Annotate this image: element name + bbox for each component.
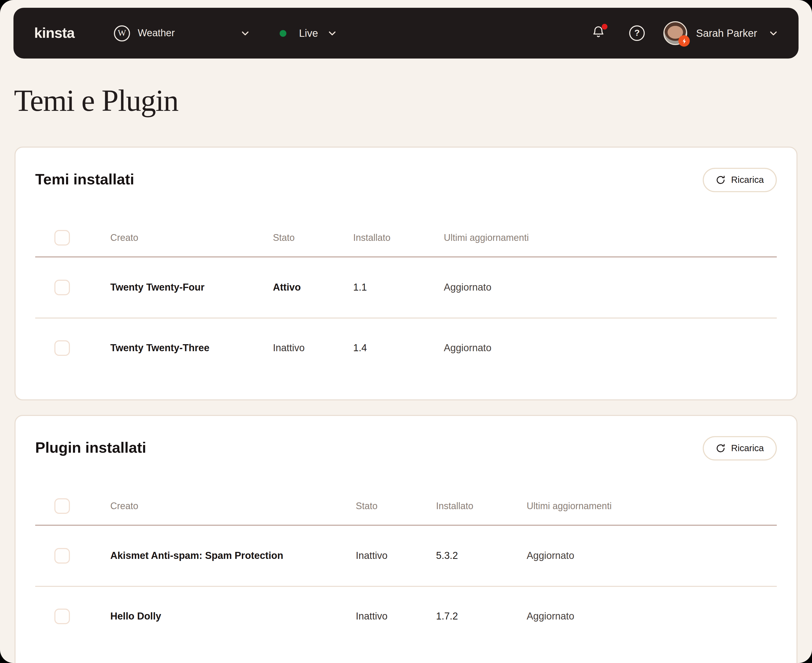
table-row: Twenty Twenty-Three Inattivo 1.4 Aggiorn…	[35, 317, 777, 378]
reload-button-label: Ricarica	[731, 443, 764, 454]
refresh-icon	[716, 175, 725, 185]
updates-cell: Aggiornato	[444, 342, 777, 354]
themes-card: Temi installati Ricarica Creato Stato In…	[15, 147, 797, 400]
top-navbar: kinsta W Weather Live	[13, 8, 799, 58]
themes-reload-button[interactable]: Ricarica	[703, 168, 777, 192]
table-row: Hello Dolly Inattivo 1.7.2 Aggiornato	[35, 586, 777, 646]
help-icon: ?	[634, 28, 640, 38]
column-header-status: Stato	[356, 501, 436, 511]
table-row: Twenty Twenty-Four Attivo 1.1 Aggiornato	[35, 257, 777, 317]
user-name: Sarah Parker	[696, 27, 757, 39]
column-header-created: Creato	[110, 232, 273, 243]
plugins-table: Creato Stato Installato Ultimi aggiornam…	[35, 487, 777, 646]
plugins-card: Plugin installati Ricarica Creato Stato …	[15, 415, 797, 663]
status-cell: Inattivo	[356, 550, 436, 561]
notification-badge	[602, 24, 607, 29]
theme-name-cell: Twenty Twenty-Three	[110, 342, 273, 354]
select-all-checkbox[interactable]	[54, 498, 70, 514]
environment-switcher-dropdown[interactable]: Live	[280, 27, 337, 39]
wordpress-icon: W	[114, 25, 130, 41]
column-header-installed: Installato	[353, 232, 444, 243]
notifications-button[interactable]	[591, 25, 605, 41]
environment-label: Live	[299, 27, 318, 39]
theme-name-cell: Twenty Twenty-Four	[110, 282, 273, 293]
avatar	[663, 21, 687, 45]
column-header-created: Creato	[110, 501, 356, 511]
live-status-dot-icon	[280, 30, 287, 37]
plugins-table-header: Creato Stato Installato Ultimi aggiornam…	[35, 487, 777, 526]
row-checkbox[interactable]	[54, 548, 70, 564]
site-switcher-label: Weather	[138, 27, 175, 39]
reload-button-label: Ricarica	[731, 175, 764, 186]
chevron-down-icon	[241, 29, 250, 37]
page-title: Temi e Plugin	[14, 83, 178, 119]
version-cell: 1.1	[353, 282, 444, 293]
site-switcher-dropdown[interactable]: W Weather	[114, 25, 250, 41]
navbar-actions: ? Sarah Parker	[591, 21, 778, 45]
row-checkbox[interactable]	[54, 340, 70, 356]
avatar-badge	[678, 35, 690, 47]
chevron-down-icon	[769, 29, 778, 37]
select-all-checkbox[interactable]	[54, 230, 70, 246]
column-header-status: Stato	[273, 232, 353, 243]
updates-cell: Aggiornato	[527, 611, 777, 622]
help-button[interactable]: ?	[629, 25, 645, 41]
plugin-name-cell: Akismet Anti-spam: Spam Protection	[110, 550, 356, 561]
column-header-installed: Installato	[436, 501, 527, 511]
kinsta-logo: kinsta	[34, 25, 74, 41]
status-cell: Inattivo	[273, 342, 353, 354]
themes-table-header: Creato Stato Installato Ultimi aggiornam…	[35, 219, 777, 257]
user-menu[interactable]: Sarah Parker	[663, 21, 778, 45]
plugins-reload-button[interactable]: Ricarica	[703, 436, 777, 461]
refresh-icon	[716, 443, 725, 453]
themes-card-title: Temi installati	[35, 171, 777, 188]
table-row: Akismet Anti-spam: Spam Protection Inatt…	[35, 526, 777, 586]
version-cell: 1.7.2	[436, 611, 527, 622]
column-header-updates: Ultimi aggiornamenti	[527, 501, 777, 511]
row-checkbox[interactable]	[54, 609, 70, 624]
updates-cell: Aggiornato	[444, 282, 777, 293]
column-header-updates: Ultimi aggiornamenti	[444, 232, 777, 243]
status-cell: Attivo	[273, 282, 353, 293]
page-background: kinsta W Weather Live	[0, 0, 812, 663]
version-cell: 1.4	[353, 342, 444, 354]
row-checkbox[interactable]	[54, 280, 70, 295]
chevron-down-icon	[328, 29, 337, 37]
themes-table: Creato Stato Installato Ultimi aggiornam…	[35, 219, 777, 378]
version-cell: 5.3.2	[436, 550, 527, 561]
plugins-card-title: Plugin installati	[35, 439, 777, 456]
updates-cell: Aggiornato	[527, 550, 777, 561]
lightning-icon	[681, 37, 688, 44]
status-cell: Inattivo	[356, 611, 436, 622]
plugin-name-cell: Hello Dolly	[110, 611, 356, 622]
